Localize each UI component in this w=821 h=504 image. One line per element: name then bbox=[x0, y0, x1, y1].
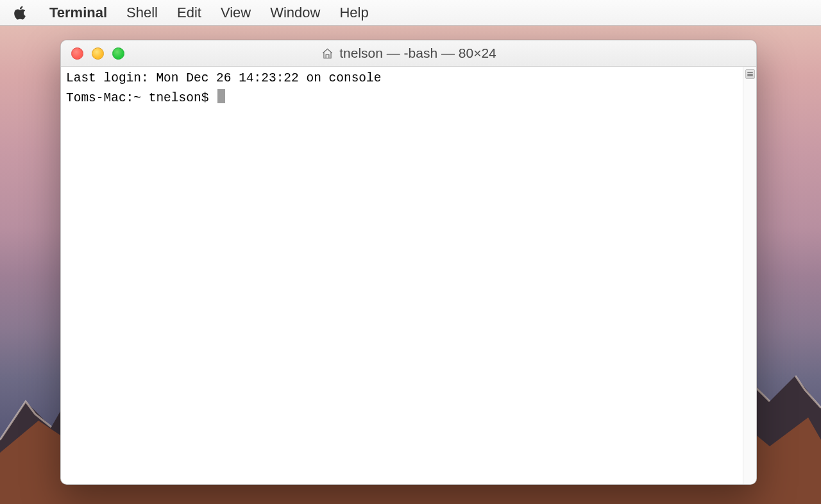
apple-logo-icon[interactable] bbox=[13, 4, 27, 21]
menu-edit[interactable]: Edit bbox=[167, 0, 211, 26]
terminal-prompt-line: Toms-Mac:~ tnelson$ bbox=[66, 87, 738, 107]
terminal-content[interactable]: Last login: Mon Dec 26 14:23:22 on conso… bbox=[61, 67, 743, 484]
menu-window[interactable]: Window bbox=[260, 0, 330, 26]
terminal-output-line: Last login: Mon Dec 26 14:23:22 on conso… bbox=[66, 71, 738, 87]
window-title-bar[interactable]: tnelson — -bash — 80×24 bbox=[61, 40, 756, 67]
terminal-body: Last login: Mon Dec 26 14:23:22 on conso… bbox=[61, 67, 756, 484]
window-title: tnelson — -bash — 80×24 bbox=[61, 46, 756, 61]
cursor-icon bbox=[217, 89, 225, 103]
menu-help[interactable]: Help bbox=[330, 0, 378, 26]
menu-app-name[interactable]: Terminal bbox=[40, 0, 117, 26]
menu-bar: Terminal Shell Edit View Window Help bbox=[0, 0, 821, 26]
scroll-indicator-icon[interactable] bbox=[745, 69, 755, 79]
terminal-window: tnelson — -bash — 80×24 Last login: Mon … bbox=[60, 40, 757, 485]
minimize-button[interactable] bbox=[92, 47, 104, 60]
terminal-prompt: Toms-Mac:~ tnelson$ bbox=[66, 90, 216, 107]
window-title-text: tnelson — -bash — 80×24 bbox=[339, 46, 496, 61]
close-button[interactable] bbox=[71, 47, 83, 60]
scrollbar[interactable] bbox=[743, 67, 756, 484]
menu-shell[interactable]: Shell bbox=[117, 0, 167, 26]
home-icon bbox=[321, 47, 334, 60]
traffic-lights bbox=[61, 47, 124, 60]
maximize-button[interactable] bbox=[112, 47, 124, 60]
menu-view[interactable]: View bbox=[211, 0, 260, 26]
